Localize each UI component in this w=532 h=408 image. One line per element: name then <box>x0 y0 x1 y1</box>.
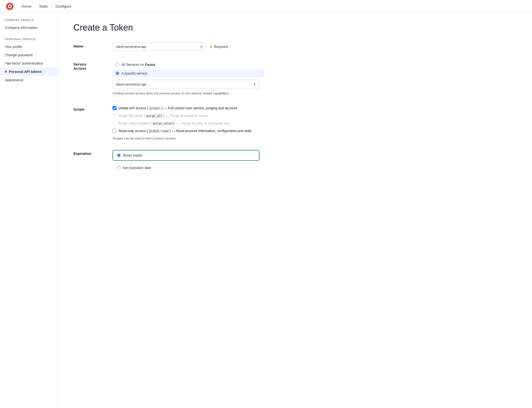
service-note: Limiting service access does not prevent… <box>113 91 259 96</box>
scope-item-purge-select: Purge select content (purge_select) — Pu… <box>113 121 264 126</box>
name-field: ⊞ ★ Required <box>113 43 264 51</box>
radio-all-services[interactable]: All Services on Fauna <box>113 61 264 68</box>
expiration-row: Expiration Never expire Set expiration d… <box>73 150 264 175</box>
radio-never-expire[interactable] <box>117 153 121 157</box>
radio-all-services-input[interactable] <box>116 63 119 67</box>
scope-code-purge-all: purge_all <box>145 114 163 118</box>
main-content: Create a Token Name ⊞ ★ Required Ser <box>59 13 279 408</box>
expiration-field: Never expire Set expiration date <box>113 150 264 175</box>
expiration-label: Expiration <box>73 150 103 156</box>
expiration-never[interactable]: Never expire <box>113 150 259 161</box>
service-dropdown[interactable]: client-serverless-api ▼ <box>113 80 259 89</box>
sidebar-section-personal: PERSONAL PROFILE <box>0 38 58 43</box>
scope-code-purge-select: purge_select <box>152 122 175 125</box>
radio-all-services-label: All Services on Fauna <box>121 63 155 67</box>
expiration-never-label: Never expire <box>123 153 142 157</box>
scope-item-global: Global API access (global) — Full contro… <box>113 106 264 111</box>
name-input[interactable] <box>113 43 206 51</box>
scope-checkbox-read-only[interactable] <box>113 129 116 133</box>
sidebar-item-password[interactable]: Change password <box>0 51 58 59</box>
expiration-set-date-label: Set expiration date <box>123 166 151 170</box>
sidebar-item-profile[interactable]: Your profile <box>0 43 58 51</box>
scope-note: Scopes can be used to limit a token's ac… <box>113 136 264 140</box>
scope-item-purge-all: Purge full cache (purge_all) — Purge all… <box>113 113 264 118</box>
scope-item-read-only-label: Read-only access (global:read) — Read ac… <box>118 128 252 134</box>
expiration-set-date[interactable]: Set expiration date <box>113 163 259 173</box>
required-star: ★ <box>209 45 213 49</box>
nav-home[interactable]: Home <box>22 4 31 8</box>
required-badge: ★ Required <box>209 45 228 49</box>
dropdown-arrow-icon: ▼ <box>253 83 256 86</box>
scope-checkbox-global[interactable] <box>113 106 116 110</box>
name-label: Name <box>73 43 103 48</box>
radio-specific-service-input[interactable] <box>116 71 119 75</box>
name-input-wrap: ⊞ <box>113 43 206 51</box>
scope-field: Global API access (global) — Full contro… <box>113 106 264 140</box>
sidebar-item-appearance[interactable]: Appearance <box>0 76 58 84</box>
scope-item-global-label: Global API access (global) — Full contro… <box>118 106 237 111</box>
scope-item-read-only: Read-only access (global:read) — Read ac… <box>113 128 264 134</box>
sidebar: COMPANY PROFILE Company information PERS… <box>0 13 59 408</box>
service-access-field: All Services on Fauna A specific service… <box>113 61 264 96</box>
page-layout: COMPANY PROFILE Company information PERS… <box>0 13 532 408</box>
radio-set-expiration[interactable] <box>117 166 121 170</box>
sidebar-section-company: COMPANY PROFILE <box>0 19 58 23</box>
scope-item-purge-select-label: Purge select content (purge_select) — Pu… <box>118 121 229 126</box>
nav-configure[interactable]: Configure <box>55 4 71 8</box>
service-access-label: Service Access <box>73 61 103 70</box>
sidebar-item-2fa[interactable]: Two-factor authentication <box>0 59 58 68</box>
svg-point-2 <box>9 5 11 7</box>
scope-code-read-only: global:read <box>148 129 170 133</box>
radio-specific-service[interactable]: A specific service <box>113 69 264 77</box>
page-title: Create a Token <box>73 23 264 33</box>
scope-code-global: global <box>148 106 161 110</box>
sidebar-item-api-tokens[interactable]: Personal API tokens <box>0 68 58 76</box>
top-nav: Home Stats Configure <box>0 0 532 13</box>
name-row: Name ⊞ ★ Required <box>73 43 264 51</box>
logo <box>6 2 14 10</box>
required-text: Required <box>214 45 228 49</box>
sidebar-item-api-tokens-label: Personal API tokens <box>9 70 42 74</box>
radio-specific-service-label: A specific service <box>121 71 148 75</box>
service-dropdown-value: client-serverless-api <box>116 82 146 86</box>
name-input-icon: ⊞ <box>200 45 203 49</box>
scope-item-purge-all-label: Purge full cache (purge_all) — Purge all… <box>118 113 208 118</box>
sidebar-item-company-info[interactable]: Company information <box>0 23 58 32</box>
service-access-row: Service Access All Services on Fauna A s… <box>73 61 264 96</box>
active-indicator <box>5 71 7 73</box>
scope-label: Scope <box>73 106 103 111</box>
nav-stats[interactable]: Stats <box>39 4 47 8</box>
scope-row: Scope Global API access (global) — Full … <box>73 106 264 140</box>
scope-checkbox-purge-all[interactable] <box>113 114 116 118</box>
scope-checkbox-purge-select[interactable] <box>113 121 116 125</box>
